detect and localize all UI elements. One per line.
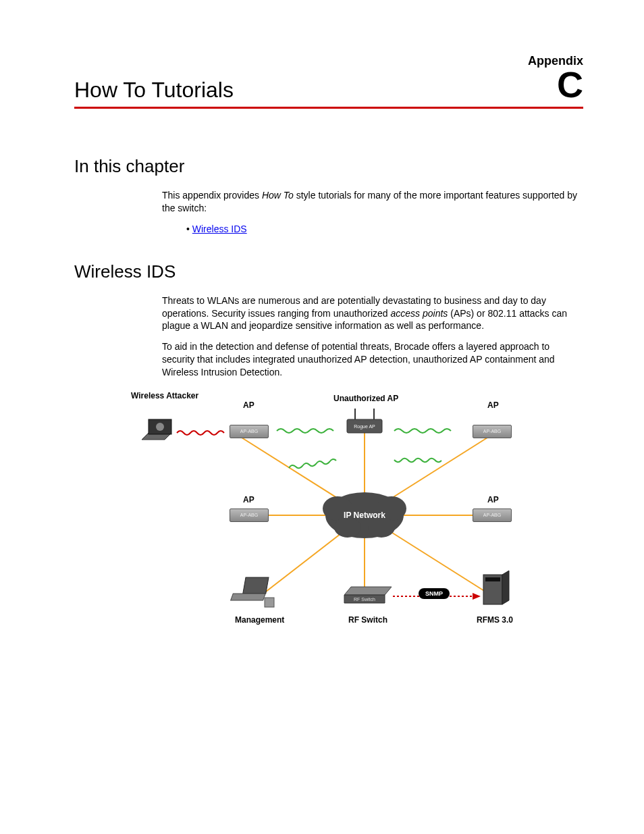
section-wireless-ids-title: Wireless IDS — [74, 261, 583, 282]
intro-paragraph: This appendix provides How To style tuto… — [162, 189, 583, 215]
ap-top-right: AP-ABG — [473, 425, 510, 445]
svg-rect-28 — [485, 577, 500, 581]
section-in-this-chapter-title: In this chapter — [74, 156, 583, 177]
bullet-list: Wireless IDS — [162, 223, 583, 236]
page: Appendix How To Tutorials C In this chap… — [0, 0, 644, 834]
ap-box-label: AP-ABG — [230, 509, 269, 522]
chapter-title: How To Tutorials — [74, 78, 234, 103]
rf-switch-box-text: RF Switch — [354, 597, 375, 602]
ap-mid-right: AP-ABG — [473, 509, 510, 529]
rogue-ap-box-text: Rogue AP — [354, 424, 375, 429]
label-rfms: RFMS 3.0 — [477, 615, 513, 625]
wireless-ids-link[interactable]: Wireless IDS — [192, 224, 247, 234]
snmp-text: SNMP — [425, 590, 443, 597]
wids-p1: Threats to WLANs are numerous and are po… — [162, 294, 583, 333]
label-unauth-ap: Unauthorized AP — [333, 394, 398, 403]
bullet-item: Wireless IDS — [186, 223, 583, 236]
ap-box-label: AP-ABG — [473, 509, 512, 522]
ap-top-left: AP-ABG — [230, 425, 267, 445]
label-ap-mr: AP — [487, 495, 499, 504]
ap-box-label: AP-ABG — [473, 425, 512, 438]
appendix-label: Appendix — [74, 54, 583, 68]
ip-network-text: IP Network — [344, 511, 385, 520]
svg-point-13 — [334, 517, 361, 538]
svg-marker-29 — [502, 571, 509, 604]
svg-marker-25 — [344, 587, 392, 595]
network-diagram: IP Network Rogue AP SNMP — [115, 387, 533, 637]
in-this-chapter-body: This appendix provides How To style tuto… — [162, 189, 583, 236]
svg-point-21 — [156, 423, 164, 431]
ap-box-label: AP-ABG — [230, 425, 269, 438]
label-management: Management — [235, 615, 284, 625]
svg-point-14 — [368, 517, 395, 538]
label-rf-switch: RF Switch — [348, 615, 387, 625]
header-rule — [74, 107, 583, 109]
svg-marker-9 — [473, 593, 481, 600]
intro-pre: This appendix provides — [162, 190, 262, 201]
svg-rect-23 — [231, 594, 266, 600]
svg-rect-24 — [265, 598, 274, 607]
ap-mid-left: AP-ABG — [230, 509, 267, 529]
appendix-letter: C — [557, 68, 583, 101]
label-ap-tl: AP — [243, 400, 254, 410]
label-ap-ml: AP — [243, 495, 254, 504]
chapter-header: How To Tutorials C — [74, 68, 583, 103]
wids-p1-em: access points — [391, 308, 448, 319]
diagram-svg: IP Network Rogue AP SNMP — [115, 387, 533, 637]
intro-em: How To — [262, 190, 294, 201]
label-wireless-attacker: Wireless Attacker — [131, 391, 192, 400]
wids-p2: To aid in the detection and defense of p… — [162, 340, 583, 379]
wireless-ids-body: Threats to WLANs are numerous and are po… — [162, 294, 583, 379]
svg-rect-22 — [243, 577, 269, 594]
label-ap-tr: AP — [487, 400, 499, 410]
